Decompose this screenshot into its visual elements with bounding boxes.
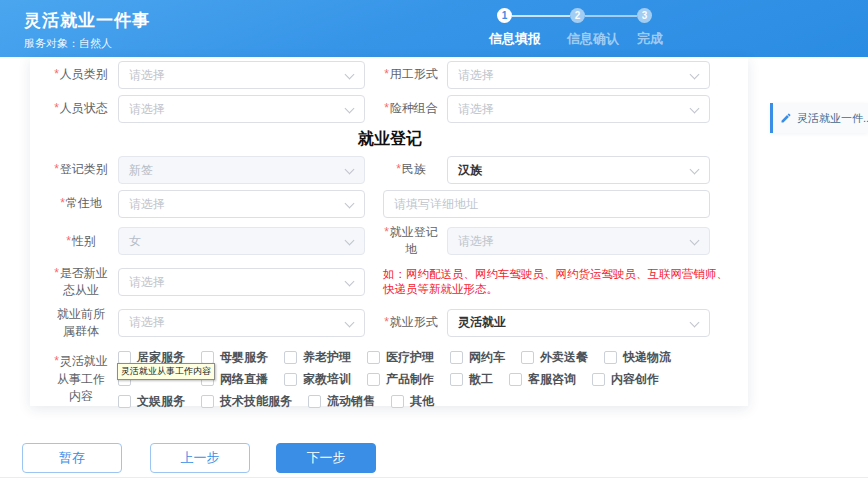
insurance-combo-select[interactable]: 请选择 xyxy=(447,95,710,123)
new-business-hint-text: 如：网约配送员、网约车驾驶员、网约货运驾驶员、互联网营销师、快递员等新就业形态。 xyxy=(383,267,728,298)
checkbox[interactable] xyxy=(284,373,297,386)
new-business-form-label: 是否新业态从业 xyxy=(52,265,110,300)
side-panel-item-flexible-employment[interactable]: 灵活就业一件... xyxy=(770,103,868,133)
chevron-down-icon xyxy=(690,318,700,328)
checkbox[interactable] xyxy=(201,351,214,364)
employment-type-label: 就业形式 xyxy=(383,314,439,331)
chevron-down-icon xyxy=(690,70,700,80)
insurance-combo-label: 险种组合 xyxy=(383,100,439,117)
chevron-down-icon xyxy=(345,165,355,175)
person-category-label: 人员类别 xyxy=(52,66,110,83)
checkbox-label: 内容创作 xyxy=(611,371,659,388)
chevron-down-icon xyxy=(690,165,700,175)
checkbox[interactable] xyxy=(450,373,463,386)
address-detail-input[interactable] xyxy=(383,190,710,218)
checkbox-item[interactable]: 散工 xyxy=(450,371,493,388)
checkbox[interactable] xyxy=(450,351,463,364)
checkbox-item[interactable]: 家教培训 xyxy=(284,371,351,388)
labor-form-label: 用工形式 xyxy=(383,66,439,83)
checkbox-item[interactable]: 医疗护理 xyxy=(367,349,434,366)
chevron-down-icon xyxy=(345,104,355,114)
checkbox-label: 流动销售 xyxy=(327,393,375,410)
checkbox-label: 产品制作 xyxy=(386,371,434,388)
step-label-fill-info: 信息填报 xyxy=(489,30,541,48)
pre-employment-group-label: 就业前所属群体 xyxy=(52,306,110,341)
ethnicity-select[interactable]: 汉族 xyxy=(447,156,710,184)
chevron-down-icon xyxy=(690,104,700,114)
checkbox-item[interactable]: 文娱服务 xyxy=(118,393,185,410)
checkbox-item[interactable]: 快递物流 xyxy=(604,349,671,366)
chevron-down-icon xyxy=(345,236,355,246)
checkbox-item[interactable]: 产品制作 xyxy=(367,371,434,388)
checkbox[interactable] xyxy=(391,395,404,408)
step-circle-3: 3 xyxy=(637,8,652,23)
step-circle-1: 1 xyxy=(497,8,512,23)
checkbox[interactable] xyxy=(521,351,534,364)
page-title: 灵活就业一件事 xyxy=(24,9,150,32)
service-target-text: 服务对象：自然人 xyxy=(24,36,112,51)
checkbox-label: 家教培训 xyxy=(303,371,351,388)
chevron-down-icon xyxy=(345,199,355,209)
checkbox-item[interactable]: 技术技能服务 xyxy=(201,393,292,410)
progress-stepper: 1 2 3 信息填报 信息确认 完成 xyxy=(489,8,663,48)
checkbox[interactable] xyxy=(367,373,380,386)
employment-reg-place-select: 请选择 xyxy=(447,227,710,255)
employment-reg-place-label: 就业登记地 xyxy=(383,224,439,259)
new-business-form-select[interactable]: 请选择 xyxy=(118,268,365,296)
checkbox-item[interactable]: 其他 xyxy=(391,393,434,410)
gender-select: 女 xyxy=(118,227,365,255)
prev-step-button[interactable]: 上一步 xyxy=(150,443,250,473)
form-row: 人员类别 请选择 用工形式 请选择 xyxy=(52,61,728,89)
person-status-select[interactable]: 请选择 xyxy=(118,95,365,123)
checkbox-item[interactable]: 内容创作 xyxy=(592,371,659,388)
form-row: 常住地 请选择 xyxy=(52,190,728,218)
checkbox[interactable] xyxy=(118,351,131,364)
ethnicity-label: 民族 xyxy=(383,161,439,178)
checkbox-label: 网约车 xyxy=(469,349,505,366)
labor-form-select[interactable]: 请选择 xyxy=(447,61,710,89)
checkbox-item[interactable]: 外卖送餐 xyxy=(521,349,588,366)
residence-label: 常住地 xyxy=(52,195,110,212)
checkbox-label: 母婴服务 xyxy=(220,349,268,366)
save-draft-button[interactable]: 暂存 xyxy=(22,443,122,473)
checkbox-label: 其他 xyxy=(410,393,434,410)
checkbox[interactable] xyxy=(201,395,214,408)
registration-type-label: 登记类别 xyxy=(52,161,110,178)
checkbox-label: 养老护理 xyxy=(303,349,351,366)
section-title-employment-registration: 就业登记 xyxy=(52,129,728,150)
person-category-select[interactable]: 请选择 xyxy=(118,61,365,89)
checkbox-item[interactable]: 养老护理 xyxy=(284,349,351,366)
checkbox-item[interactable]: 客服咨询 xyxy=(509,371,576,388)
checkbox[interactable] xyxy=(118,395,131,408)
checkbox[interactable] xyxy=(592,373,605,386)
checkbox-label: 医疗护理 xyxy=(386,349,434,366)
chevron-down-icon xyxy=(690,236,700,246)
app-header: 灵活就业一件事 服务对象：自然人 1 2 3 信息填报 信息确认 完成 xyxy=(0,0,868,57)
checkbox-row: 文娱服务技术技能服务流动销售其他 xyxy=(118,390,728,412)
form-row: 性别 女 就业登记地 请选择 xyxy=(52,224,728,259)
residence-select[interactable]: 请选择 xyxy=(118,190,365,218)
employment-type-select[interactable]: 灵活就业 xyxy=(447,309,710,337)
checkbox[interactable] xyxy=(604,351,617,364)
checkbox-item[interactable]: 网约车 xyxy=(450,349,505,366)
form-row: 人员状态 请选择 险种组合 请选择 xyxy=(52,95,728,123)
form-row: 登记类别 新签 民族 汉族 xyxy=(52,156,728,184)
pre-employment-group-select[interactable]: 请选择 xyxy=(118,309,365,337)
form-row: 是否新业态从业 请选择 如：网约配送员、网约车驾驶员、网约货运驾驶员、互联网营销… xyxy=(52,265,728,300)
checkbox[interactable] xyxy=(284,351,297,364)
checkbox-label: 快递物流 xyxy=(623,349,671,366)
checkbox-label: 技术技能服务 xyxy=(220,393,292,410)
chevron-down-icon xyxy=(345,277,355,287)
chevron-down-icon xyxy=(345,70,355,80)
work-content-tooltip: 灵活就业从事工作内容 xyxy=(117,363,215,380)
gender-label: 性别 xyxy=(52,233,110,250)
bottom-divider xyxy=(0,477,868,478)
person-status-label: 人员状态 xyxy=(52,100,110,117)
checkbox-item[interactable]: 流动销售 xyxy=(308,393,375,410)
checkbox[interactable] xyxy=(367,351,380,364)
checkbox[interactable] xyxy=(308,395,321,408)
checkbox[interactable] xyxy=(509,373,522,386)
checkbox-label: 网络直播 xyxy=(220,371,268,388)
next-step-button[interactable]: 下一步 xyxy=(276,443,376,473)
checkbox-label: 散工 xyxy=(469,371,493,388)
